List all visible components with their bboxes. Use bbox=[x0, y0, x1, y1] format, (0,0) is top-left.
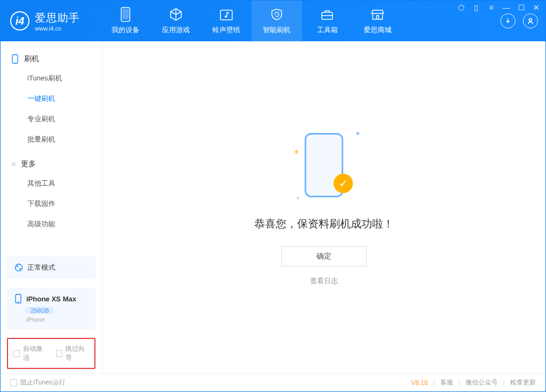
minimize-button[interactable]: — bbox=[502, 3, 511, 12]
main-content: ✦ ✦ ✦ ✓ 恭喜您，保资料刷机成功啦！ 确定 查看日志 bbox=[102, 41, 545, 373]
version-label: V8.16 bbox=[411, 379, 427, 387]
sidebar-group-title: ≡ 更多 bbox=[1, 155, 102, 173]
window-controls: ⬡ ▯ ≡ — ☐ ✕ bbox=[457, 3, 541, 12]
nav-tab-store[interactable]: 爱思商城 bbox=[352, 1, 403, 41]
sidebar-item-batch-flash[interactable]: 批量刷机 bbox=[1, 129, 102, 150]
store-icon bbox=[370, 7, 385, 22]
nav-tab-toolbox[interactable]: 工具箱 bbox=[302, 1, 352, 41]
cube-icon bbox=[168, 7, 183, 22]
sidebar-group-more: ≡ 更多 其他工具 下载固件 高级功能 bbox=[1, 155, 102, 234]
nav-tab-label: 工具箱 bbox=[317, 25, 338, 35]
device-panel[interactable]: iPhone XS Max 256GB iPhone bbox=[7, 287, 95, 329]
mode-label: 正常模式 bbox=[27, 263, 55, 272]
app-logo-icon: i4 bbox=[10, 11, 29, 31]
shirt-icon[interactable]: ⬡ bbox=[457, 3, 466, 12]
checkbox-icon[interactable] bbox=[56, 350, 63, 357]
nav-tab-label: 爱思商城 bbox=[364, 25, 392, 35]
check-badge-icon: ✓ bbox=[334, 174, 353, 193]
sidebar-group-flash: 刷机 iTunes刷机 一键刷机 专业刷机 批量刷机 bbox=[1, 50, 102, 150]
nav-tab-my-device[interactable]: 我的设备 bbox=[100, 1, 151, 41]
sidebar-group-title: 刷机 bbox=[1, 50, 102, 68]
footer-block-itunes[interactable]: 阻止iTunes运行 bbox=[10, 378, 65, 387]
mode-panel: 正常模式 bbox=[7, 256, 95, 279]
toolbox-icon bbox=[320, 7, 335, 22]
svg-rect-1 bbox=[122, 9, 129, 19]
app-title: 爱思助手 bbox=[35, 11, 80, 25]
sparkle-icon: ✦ bbox=[293, 147, 300, 157]
option-skip-guide[interactable]: 跳过向导 bbox=[56, 344, 90, 363]
sidebar-item-download-firmware[interactable]: 下载固件 bbox=[1, 194, 102, 214]
account-button[interactable] bbox=[523, 13, 538, 28]
logo-area: i4 爱思助手 www.i4.cn bbox=[1, 11, 90, 32]
success-illustration: ✦ ✦ ✦ ✓ bbox=[292, 129, 356, 204]
options-box: 自动激活 跳过向导 bbox=[7, 338, 95, 369]
svg-point-9 bbox=[19, 268, 21, 270]
sidebar-item-other-tools[interactable]: 其他工具 bbox=[1, 173, 102, 194]
device-outline-icon bbox=[11, 54, 19, 64]
nav-tab-label: 应用游戏 bbox=[162, 25, 190, 35]
app-subtitle: www.i4.cn bbox=[35, 25, 80, 32]
svg-point-8 bbox=[17, 265, 18, 267]
nav-tab-label: 铃声壁纸 bbox=[212, 25, 240, 35]
ok-button[interactable]: 确定 bbox=[281, 246, 367, 267]
checkbox-icon[interactable] bbox=[10, 379, 17, 386]
phone-icon bbox=[118, 7, 133, 22]
maximize-button[interactable]: ☐ bbox=[517, 3, 526, 12]
sparkle-icon: ✦ bbox=[296, 196, 300, 201]
svg-point-3 bbox=[225, 16, 227, 18]
device-type: iPhone bbox=[26, 316, 88, 323]
music-folder-icon bbox=[219, 7, 234, 22]
footer-link-update[interactable]: 检查更新 bbox=[510, 378, 536, 387]
nav-tab-ringtones[interactable]: 铃声壁纸 bbox=[201, 1, 252, 41]
sidebar-item-advanced[interactable]: 高级功能 bbox=[1, 214, 102, 234]
device-capacity: 256GB bbox=[25, 307, 54, 314]
svg-point-11 bbox=[18, 301, 19, 302]
sidebar-item-pro-flash[interactable]: 专业刷机 bbox=[1, 109, 102, 129]
nav-tab-label: 我的设备 bbox=[112, 25, 139, 35]
option-auto-activate[interactable]: 自动激活 bbox=[13, 344, 47, 363]
menu-lines-icon: ≡ bbox=[11, 160, 16, 168]
footer-link-wechat[interactable]: 微信公众号 bbox=[466, 378, 498, 387]
nav-tab-flash[interactable]: 智能刷机 bbox=[252, 1, 302, 41]
download-button[interactable] bbox=[500, 13, 515, 28]
sidebar-item-oneclick-flash[interactable]: 一键刷机 bbox=[1, 88, 102, 109]
svg-point-7 bbox=[16, 264, 23, 271]
menu-icon[interactable]: ≡ bbox=[487, 3, 496, 12]
mode-icon bbox=[14, 263, 23, 272]
phone-small-icon bbox=[14, 294, 22, 304]
body-area: 刷机 iTunes刷机 一键刷机 专业刷机 批量刷机 ≡ 更多 其他工具 下载固… bbox=[1, 41, 545, 373]
footer-link-support[interactable]: 客服 bbox=[440, 378, 453, 387]
sparkle-icon: ✦ bbox=[355, 130, 360, 137]
nav-tab-apps[interactable]: 应用游戏 bbox=[151, 1, 201, 41]
title-right-buttons bbox=[500, 13, 545, 28]
success-title: 恭喜您，保资料刷机成功啦！ bbox=[254, 217, 394, 231]
refresh-shield-icon bbox=[269, 7, 284, 22]
svg-point-5 bbox=[529, 19, 532, 21]
sidebar: 刷机 iTunes刷机 一键刷机 专业刷机 批量刷机 ≡ 更多 其他工具 下载固… bbox=[1, 41, 102, 373]
svg-rect-6 bbox=[12, 55, 18, 63]
checkbox-icon[interactable] bbox=[13, 350, 20, 357]
lock-icon[interactable]: ▯ bbox=[472, 3, 481, 12]
view-log-link[interactable]: 查看日志 bbox=[310, 276, 338, 286]
svg-rect-2 bbox=[220, 10, 232, 20]
device-name: iPhone XS Max bbox=[26, 295, 76, 303]
sidebar-item-itunes-flash[interactable]: iTunes刷机 bbox=[1, 68, 102, 88]
nav-tabs: 我的设备 应用游戏 铃声壁纸 智能刷机 工具箱 bbox=[100, 1, 403, 41]
close-button[interactable]: ✕ bbox=[532, 3, 541, 12]
nav-tab-label: 智能刷机 bbox=[263, 25, 291, 35]
footer: 阻止iTunes运行 V8.16 | 客服 | 微信公众号 | 检查更新 bbox=[1, 373, 545, 391]
